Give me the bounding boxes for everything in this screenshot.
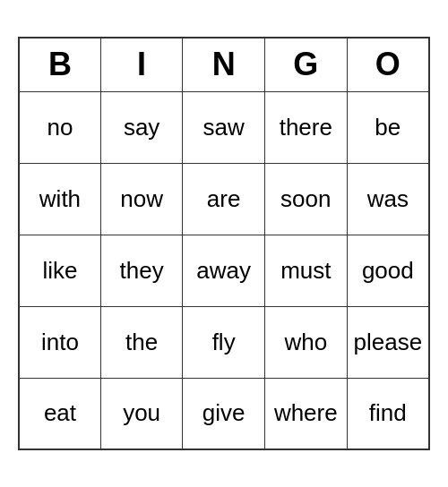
- bingo-cell-4-0: eat: [19, 378, 100, 449]
- header-g: G: [264, 38, 347, 91]
- bingo-cell-3-1: the: [100, 306, 182, 378]
- bingo-row-1: withnowaresoonwas: [19, 163, 429, 235]
- bingo-cell-1-2: are: [183, 163, 265, 235]
- header-n: N: [183, 38, 265, 91]
- bingo-row-3: intotheflywhoplease: [19, 306, 429, 378]
- bingo-cell-1-1: now: [100, 163, 182, 235]
- bingo-cell-4-1: you: [100, 378, 182, 449]
- bingo-cell-2-4: good: [347, 235, 429, 306]
- bingo-cell-3-0: into: [19, 306, 100, 378]
- bingo-cell-0-3: there: [264, 91, 347, 163]
- bingo-row-4: eatyougivewherefind: [19, 378, 429, 449]
- bingo-cell-0-0: no: [19, 91, 100, 163]
- bingo-cell-2-1: they: [100, 235, 182, 306]
- bingo-cell-0-1: say: [100, 91, 182, 163]
- bingo-cell-1-0: with: [19, 163, 100, 235]
- bingo-cell-2-3: must: [264, 235, 347, 306]
- bingo-header-row: B I N G O: [19, 38, 429, 91]
- bingo-cell-3-3: who: [264, 306, 347, 378]
- bingo-cell-0-2: saw: [183, 91, 265, 163]
- bingo-cell-2-2: away: [183, 235, 265, 306]
- bingo-cell-1-4: was: [347, 163, 429, 235]
- bingo-row-2: liketheyawaymustgood: [19, 235, 429, 306]
- bingo-cell-3-4: please: [347, 306, 429, 378]
- bingo-cell-2-0: like: [19, 235, 100, 306]
- header-o: O: [347, 38, 429, 91]
- bingo-body: nosaysawtherebewithnowaresoonwaslikethey…: [19, 91, 429, 449]
- bingo-cell-4-3: where: [264, 378, 347, 449]
- bingo-cell-4-2: give: [183, 378, 265, 449]
- header-i: I: [100, 38, 182, 91]
- bingo-cell-0-4: be: [347, 91, 429, 163]
- header-b: B: [19, 38, 100, 91]
- bingo-row-0: nosaysawtherebe: [19, 91, 429, 163]
- bingo-cell-4-4: find: [347, 378, 429, 449]
- bingo-cell-3-2: fly: [183, 306, 265, 378]
- bingo-cell-1-3: soon: [264, 163, 347, 235]
- bingo-card: B I N G O nosaysawtherebewithnowaresoonw…: [18, 37, 430, 450]
